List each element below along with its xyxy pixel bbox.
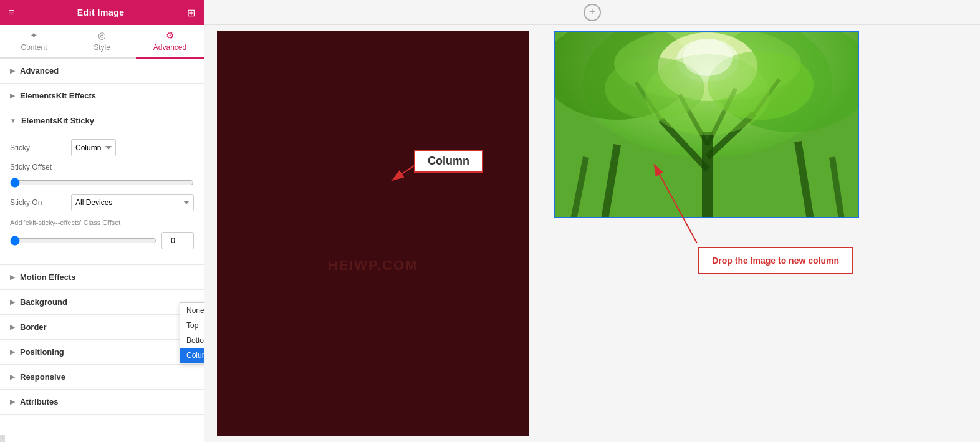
advanced-icon: ⚙: [166, 30, 174, 41]
chevron-ek-sticky: [10, 117, 16, 124]
chevron-advanced: [10, 67, 15, 74]
accordion-header-responsive[interactable]: Responsive: [0, 365, 204, 389]
chevron-attributes: [10, 398, 15, 405]
panel-body: Advanced ElementsKit Effects ElementsKit…: [0, 59, 204, 435]
panel-title: Edit Image: [77, 7, 125, 17]
section-ek-sticky-label: ElementsKit Sticky: [21, 116, 94, 125]
class-offset-label: Add 'ekit-sticky--effects' Class Offset: [10, 219, 120, 226]
chevron-background: [10, 299, 15, 305]
column-callout-label: Column: [428, 155, 469, 167]
plus-bar: +: [204, 0, 980, 25]
accordion-header-advanced[interactable]: Advanced: [0, 59, 204, 83]
sticky-dropdown-overlay: None Top Bottom Column: [180, 302, 204, 363]
tab-advanced[interactable]: ⚙ Advanced: [136, 25, 204, 59]
section-background: Background: [0, 290, 204, 315]
sticky-select-wrapper: None Top Bottom Column None Top Bottom C…: [71, 139, 194, 156]
section-ek-effects-label: ElementsKit Effects: [20, 91, 96, 100]
hamburger-icon[interactable]: ≡: [9, 7, 14, 18]
canvas: HEIWP.COM: [204, 25, 980, 442]
add-section-button[interactable]: +: [584, 4, 601, 21]
dropdown-option-top[interactable]: Top: [180, 318, 204, 333]
tab-advanced-label: Advanced: [153, 43, 186, 52]
accordion-header-positioning[interactable]: Positioning: [0, 340, 204, 364]
section-background-label: Background: [20, 297, 67, 307]
dropdown-option-none[interactable]: None: [180, 303, 204, 318]
accordion-header-attributes[interactable]: Attributes: [0, 390, 204, 414]
chevron-ek-effects: [10, 92, 15, 99]
tab-style[interactable]: ◎ Style: [68, 25, 136, 59]
tab-content[interactable]: ✦ Content: [0, 25, 68, 59]
section-border: Border: [0, 315, 204, 340]
panel-header: ≡ Edit Image ⊞: [0, 0, 204, 25]
chevron-border: [10, 324, 15, 330]
section-attributes: Attributes: [0, 390, 204, 415]
canvas-spacer: [529, 31, 541, 436]
style-icon: ◎: [98, 30, 106, 41]
class-offset-label-row: Add 'ekit-sticky--effects' Class Offset: [10, 218, 194, 227]
column-callout-box: Column: [414, 150, 483, 173]
section-advanced: Advanced: [0, 59, 204, 84]
left-panel: ≡ Edit Image ⊞ ✦ Content ◎ Style ⚙ Advan…: [0, 0, 204, 442]
watermark-text: HEIWP.COM: [328, 257, 418, 274]
main-area: + HEIWP.COM: [204, 0, 980, 442]
tab-content-label: Content: [21, 43, 47, 52]
sticky-on-label: Sticky On: [10, 198, 66, 207]
chevron-motion-effects: [10, 274, 15, 281]
class-offset-slider[interactable]: [10, 236, 156, 246]
section-positioning: Positioning: [0, 340, 204, 365]
content-icon: ✦: [30, 30, 38, 41]
sticky-offset-label: Sticky Offset: [10, 163, 66, 171]
drop-arrow-svg: [635, 162, 759, 249]
accordion-header-ek-effects[interactable]: ElementsKit Effects: [0, 84, 204, 108]
chevron-responsive: [10, 373, 15, 380]
section-ek-effects: ElementsKit Effects: [0, 84, 204, 108]
accordion-header-ek-sticky[interactable]: ElementsKit Sticky: [0, 108, 204, 133]
dropdown-option-bottom[interactable]: Bottom: [180, 333, 204, 348]
section-motion-effects: Motion Effects: [0, 265, 204, 290]
sticky-offset-slider[interactable]: [10, 178, 194, 188]
section-border-label: Border: [20, 322, 47, 332]
sticky-content: Sticky None Top Bottom Column None Top: [0, 133, 204, 264]
resize-handle[interactable]: ⋮: [0, 435, 5, 442]
section-attributes-label: Attributes: [20, 397, 58, 406]
section-responsive: Responsive: [0, 365, 204, 390]
class-offset-number[interactable]: 0: [161, 232, 194, 249]
dropdown-option-column[interactable]: Column: [180, 348, 204, 363]
drop-callout-text: Drop the Image to new column: [712, 256, 839, 266]
accordion-header-border[interactable]: Border: [0, 315, 204, 339]
panel-tabs: ✦ Content ◎ Style ⚙ Advanced: [0, 25, 204, 59]
sticky-on-row: Sticky On All Devices Desktop Tablet Mob…: [10, 194, 194, 211]
image-column: Drop the Image to new column: [554, 31, 968, 436]
accordion-header-motion-effects[interactable]: Motion Effects: [0, 265, 204, 289]
tab-style-label: Style: [94, 43, 110, 52]
sticky-on-select[interactable]: All Devices Desktop Tablet Mobile: [71, 194, 194, 211]
section-ek-sticky: ElementsKit Sticky Sticky None Top Botto…: [0, 108, 204, 265]
section-responsive-label: Responsive: [20, 372, 65, 382]
svg-line-24: [660, 175, 697, 243]
sticky-offset-slider-row: [10, 178, 194, 188]
sticky-offset-row: Sticky Offset: [10, 163, 194, 171]
sticky-select[interactable]: None Top Bottom Column: [71, 139, 116, 156]
section-advanced-label: Advanced: [20, 66, 59, 75]
chevron-positioning: [10, 348, 15, 355]
grid-icon[interactable]: ⊞: [187, 7, 195, 19]
section-positioning-label: Positioning: [20, 347, 64, 357]
section-motion-effects-label: Motion Effects: [20, 272, 76, 282]
sticky-label: Sticky: [10, 143, 66, 152]
accordion-header-background[interactable]: Background: [0, 290, 204, 314]
dark-column: HEIWP.COM: [217, 31, 529, 436]
drop-callout-box: Drop the Image to new column: [698, 247, 853, 274]
sticky-field-row: Sticky None Top Bottom Column None Top: [10, 139, 194, 156]
class-offset-slider-row: 0: [10, 232, 194, 249]
